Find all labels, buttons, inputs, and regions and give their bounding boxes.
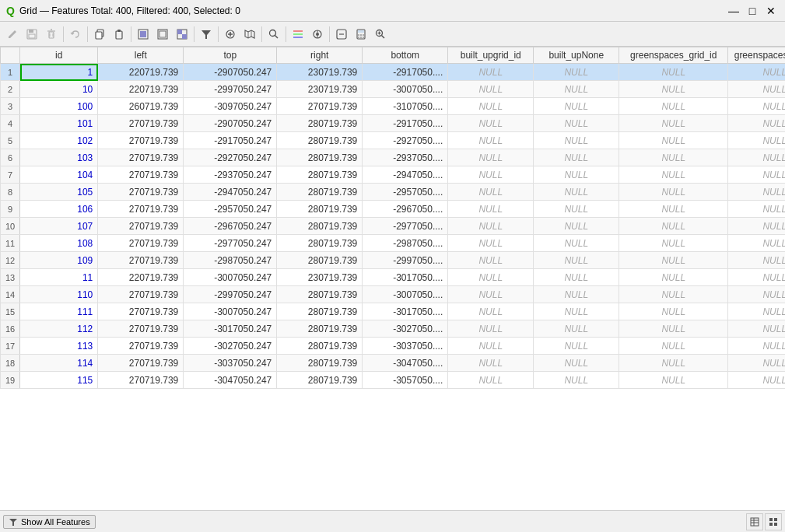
cell-c6[interactable]: NULL — [534, 269, 619, 286]
table-row[interactable]: 8105270719.739-2947050.247280719.739-295… — [1, 184, 786, 201]
col-greenspaces-none[interactable]: greenspaces_None — [728, 47, 785, 64]
cell-c6[interactable]: NULL — [534, 252, 619, 269]
calculator-button[interactable] — [352, 25, 370, 44]
cell-id[interactable]: 10 — [20, 81, 98, 98]
cell-c8[interactable]: NULL — [728, 132, 785, 149]
cell-c8[interactable]: NULL — [728, 355, 785, 372]
cell-right[interactable]: 280719.739 — [277, 252, 363, 269]
table-row[interactable]: 11108270719.739-2977050.247280719.739-29… — [1, 235, 786, 252]
delete-button[interactable] — [42, 25, 61, 44]
cell-c5[interactable]: NULL — [448, 269, 534, 286]
cell-top[interactable]: -2927050.247 — [184, 149, 277, 166]
cell-c8[interactable]: NULL — [728, 218, 785, 235]
cell-right[interactable]: 280719.739 — [277, 372, 363, 389]
cell-c6[interactable]: NULL — [534, 132, 619, 149]
cell-id[interactable]: 104 — [20, 166, 98, 184]
table-row[interactable]: 6103270719.739-2927050.247280719.739-293… — [1, 149, 786, 166]
cell-bottom[interactable]: -3107050.... — [363, 98, 448, 115]
cell-top[interactable]: -2907050.247 — [184, 115, 277, 132]
cell-left[interactable]: 270719.739 — [98, 201, 184, 218]
cell-id[interactable]: 109 — [20, 252, 98, 269]
cell-c7[interactable]: NULL — [619, 218, 728, 235]
col-greenspaces-grid-id[interactable]: greenspaces_grid_id — [619, 47, 728, 64]
search-button[interactable] — [265, 25, 283, 44]
cell-c6[interactable]: NULL — [534, 338, 619, 355]
cell-top[interactable]: -3047050.247 — [184, 372, 277, 389]
cell-bottom[interactable]: -3037050.... — [363, 338, 448, 355]
cell-bottom[interactable]: -2987050.... — [363, 235, 448, 252]
cell-right[interactable]: 280719.739 — [277, 115, 363, 132]
cell-id[interactable]: 101 — [20, 115, 98, 132]
close-button[interactable]: ✕ — [763, 3, 779, 19]
cell-right[interactable]: 280719.739 — [277, 320, 363, 338]
cell-left[interactable]: 260719.739 — [98, 98, 184, 115]
cell-left[interactable]: 270719.739 — [98, 286, 184, 303]
cell-c7[interactable]: NULL — [619, 81, 728, 98]
table-row[interactable]: 11220719.739-2907050.247230719.739-29170… — [1, 64, 786, 81]
cell-c5[interactable]: NULL — [448, 338, 534, 355]
cell-c7[interactable]: NULL — [619, 115, 728, 132]
cell-c6[interactable]: NULL — [534, 81, 619, 98]
cell-c7[interactable]: NULL — [619, 235, 728, 252]
cell-top[interactable]: -2957050.247 — [184, 201, 277, 218]
cell-left[interactable]: 270719.739 — [98, 132, 184, 149]
cell-c8[interactable]: NULL — [728, 338, 785, 355]
cell-id[interactable]: 1 — [20, 64, 98, 81]
cell-c6[interactable]: NULL — [534, 64, 619, 81]
cell-c7[interactable]: NULL — [619, 98, 728, 115]
cell-left[interactable]: 270719.739 — [98, 320, 184, 338]
zoom-button[interactable] — [371, 25, 390, 44]
cell-c5[interactable]: NULL — [448, 184, 534, 201]
cell-right[interactable]: 280719.739 — [277, 166, 363, 184]
cell-c5[interactable]: NULL — [448, 81, 534, 98]
cell-top[interactable]: -2937050.247 — [184, 166, 277, 184]
cell-bottom[interactable]: -3007050.... — [363, 286, 448, 303]
cell-c8[interactable]: NULL — [728, 372, 785, 389]
copy-button[interactable] — [90, 25, 109, 44]
cell-c7[interactable]: NULL — [619, 269, 728, 286]
cell-c8[interactable]: NULL — [728, 303, 785, 320]
table-row[interactable]: 7104270719.739-2937050.247280719.739-294… — [1, 166, 786, 184]
cell-right[interactable]: 280719.739 — [277, 286, 363, 303]
cell-left[interactable]: 270719.739 — [98, 115, 184, 132]
cell-right[interactable]: 230719.739 — [277, 269, 363, 286]
cell-right[interactable]: 280719.739 — [277, 338, 363, 355]
cell-c6[interactable]: NULL — [534, 149, 619, 166]
cell-c7[interactable]: NULL — [619, 201, 728, 218]
cell-c7[interactable]: NULL — [619, 355, 728, 372]
table-row[interactable]: 210220719.739-2997050.247230719.739-3007… — [1, 81, 786, 98]
table-row[interactable]: 10107270719.739-2967050.247280719.739-29… — [1, 218, 786, 235]
cell-bottom[interactable]: -2927050.... — [363, 132, 448, 149]
cell-c6[interactable]: NULL — [534, 303, 619, 320]
feature-table-container[interactable]: id left top right bottom built_upgrid_id… — [0, 47, 785, 510]
col-bottom[interactable]: bottom — [363, 47, 448, 64]
col-id[interactable]: id — [20, 47, 98, 64]
cell-c5[interactable]: NULL — [448, 252, 534, 269]
cell-c8[interactable]: NULL — [728, 235, 785, 252]
cell-c8[interactable]: NULL — [728, 81, 785, 98]
cell-id[interactable]: 114 — [20, 355, 98, 372]
filter-button[interactable] — [197, 25, 216, 44]
cell-id[interactable]: 110 — [20, 286, 98, 303]
cell-top[interactable]: -3027050.247 — [184, 338, 277, 355]
cell-left[interactable]: 270719.739 — [98, 218, 184, 235]
cell-c7[interactable]: NULL — [619, 166, 728, 184]
status-icon-2[interactable] — [765, 513, 782, 530]
cell-c5[interactable]: NULL — [448, 303, 534, 320]
cell-c6[interactable]: NULL — [534, 98, 619, 115]
cell-c5[interactable]: NULL — [448, 201, 534, 218]
cell-bottom[interactable]: -2947050.... — [363, 166, 448, 184]
cell-bottom[interactable]: -2967050.... — [363, 201, 448, 218]
cell-bottom[interactable]: -2997050.... — [363, 252, 448, 269]
cell-left[interactable]: 220719.739 — [98, 269, 184, 286]
cell-c8[interactable]: NULL — [728, 269, 785, 286]
maximize-button[interactable]: □ — [745, 3, 760, 19]
cell-c7[interactable]: NULL — [619, 132, 728, 149]
cell-left[interactable]: 270719.739 — [98, 235, 184, 252]
cell-right[interactable]: 280719.739 — [277, 132, 363, 149]
cell-c7[interactable]: NULL — [619, 303, 728, 320]
cell-c8[interactable]: NULL — [728, 201, 785, 218]
cell-bottom[interactable]: -3007050.... — [363, 81, 448, 98]
cell-left[interactable]: 270719.739 — [98, 184, 184, 201]
cell-top[interactable]: -3017050.247 — [184, 320, 277, 338]
